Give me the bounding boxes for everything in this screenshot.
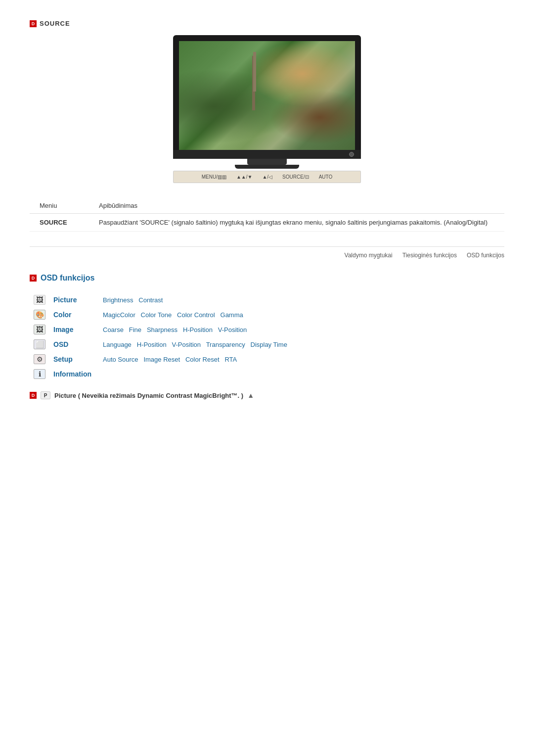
osd-row-icon-cell: ⚙ xyxy=(30,352,49,367)
osd-table: 🖼 Picture Brightness Contrast 🎨 Color Ma… xyxy=(30,292,504,381)
osd-link-h-position[interactable]: H-Position xyxy=(137,341,167,348)
osd-link-color-control[interactable]: Color Control xyxy=(177,311,215,319)
osd-category-label: Color xyxy=(53,311,72,319)
osd-category-icon: 🖼 xyxy=(34,325,45,334)
osd-category-label: Information xyxy=(53,370,91,378)
description-table: Meniu Apibūdinimas SOURCE Paspaudžiant '… xyxy=(30,198,504,232)
osd-category-icon: 🖼 xyxy=(34,295,45,305)
source-header: D SOURCE xyxy=(30,20,504,27)
monitor-body xyxy=(173,35,361,150)
osd-row-category: Color xyxy=(49,307,99,322)
osd-link-coarse[interactable]: Coarse xyxy=(103,326,124,333)
osd-category-icon: ℹ xyxy=(34,369,45,379)
osd-row-links: MagicColor Color Tone Color Control Gamm… xyxy=(99,307,504,322)
bottom-note-d-icon: D xyxy=(30,392,37,399)
tab-tiesioginės-funkcijos[interactable]: Tiesioginės funkcijos xyxy=(402,252,457,259)
source-icon: D xyxy=(30,20,37,27)
osd-category-label: Picture xyxy=(53,296,77,304)
osd-link-v-position[interactable]: V-Position xyxy=(172,341,201,348)
osd-row: ℹ Information xyxy=(30,367,504,381)
osd-link-color-reset[interactable]: Color Reset xyxy=(185,356,220,363)
tab-valdymo-mygtukai[interactable]: Valdymo mygtukai xyxy=(345,252,393,259)
osd-header: D OSD funkcijos xyxy=(30,274,504,283)
monitor-wrapper: MENU/▥▥ ▲▲/▼ ▲/◁ SOURCE/⊡ AUTO xyxy=(173,35,361,183)
monitor-foot xyxy=(235,165,299,169)
bottom-note-text: Picture ( Neveikia režimais Dynamic Cont… xyxy=(54,392,243,399)
osd-row: ⬜ OSD Language H-Position V-Position Tra… xyxy=(30,337,504,352)
desc-row-desc: Paspaudžiant 'SOURCE' (signalo šaltinio)… xyxy=(89,214,504,232)
osd-category-icon: 🎨 xyxy=(34,310,45,320)
osd-row-links: Auto Source Image Reset Color Reset RTA xyxy=(99,352,504,367)
osd-row: 🖼 Image Coarse Fine Sharpness H-Position… xyxy=(30,322,504,337)
osd-section: D OSD funkcijos 🖼 Picture Brightness Con… xyxy=(30,274,504,381)
description-section: Meniu Apibūdinimas SOURCE Paspaudžiant '… xyxy=(30,198,504,232)
monitor-screen xyxy=(179,41,355,150)
nav-tabs: Valdymo mygtukai Tiesioginės funkcijos O… xyxy=(30,246,504,259)
monitor-power-button[interactable] xyxy=(349,152,354,157)
osd-row-category: Setup xyxy=(49,352,99,367)
monitor-stand xyxy=(247,159,287,165)
bottom-note-p-icon: P xyxy=(41,391,50,399)
auto-d-button[interactable]: ▲/◁ xyxy=(262,174,272,180)
osd-category-icon: ⬜ xyxy=(34,339,45,349)
osd-row-icon-cell: ℹ xyxy=(30,367,49,381)
osd-link-magiccolor[interactable]: MagicColor xyxy=(103,311,135,319)
menu-button[interactable]: MENU/▥▥ xyxy=(202,174,226,180)
osd-link-contrast[interactable]: Contrast xyxy=(138,296,163,304)
osd-row-category: Image xyxy=(49,322,99,337)
tab-osd-funkcijos[interactable]: OSD funkcijos xyxy=(467,252,504,259)
osd-link-rta[interactable]: RTA xyxy=(224,356,237,363)
osd-link-gamma[interactable]: Gamma xyxy=(221,311,243,319)
osd-category-label: Setup xyxy=(53,355,73,363)
osd-link-transparency[interactable]: Transparency xyxy=(206,341,245,348)
osd-link-language[interactable]: Language xyxy=(103,341,132,348)
osd-link-sharpness[interactable]: Sharpness xyxy=(147,326,178,333)
osd-row: ⚙ Setup Auto Source Image Reset Color Re… xyxy=(30,352,504,367)
osd-row-icon-cell: 🖼 xyxy=(30,292,49,307)
monitor-controls: MENU/▥▥ ▲▲/▼ ▲/◁ SOURCE/⊡ AUTO xyxy=(173,171,361,183)
brightness-button[interactable]: ▲▲/▼ xyxy=(236,174,252,180)
osd-link-display-time[interactable]: Display Time xyxy=(251,341,287,348)
desc-row: SOURCE Paspaudžiant 'SOURCE' (signalo ša… xyxy=(30,214,504,232)
osd-row-category: OSD xyxy=(49,337,99,352)
osd-row-icon-cell: 🎨 xyxy=(30,307,49,322)
monitor-container: MENU/▥▥ ▲▲/▼ ▲/◁ SOURCE/⊡ AUTO xyxy=(30,35,504,183)
col-header-meniu: Meniu xyxy=(30,198,89,214)
bottom-note: D P Picture ( Neveikia režimais Dynamic … xyxy=(30,391,504,399)
osd-category-label: Image xyxy=(53,326,73,333)
osd-category-label: OSD xyxy=(53,340,68,348)
osd-link-v-position[interactable]: V-Position xyxy=(218,326,247,333)
osd-row-category: Information xyxy=(49,367,99,381)
osd-icon: D xyxy=(30,275,37,282)
osd-row-links: Coarse Fine Sharpness H-Position V-Posit… xyxy=(99,322,504,337)
osd-row-links xyxy=(99,367,504,381)
osd-row-links: Language H-Position V-Position Transpare… xyxy=(99,337,504,352)
osd-row: 🖼 Picture Brightness Contrast xyxy=(30,292,504,307)
bottom-note-arrow: ▲ xyxy=(247,391,254,399)
osd-link-brightness[interactable]: Brightness xyxy=(103,296,133,304)
osd-row-icon-cell: ⬜ xyxy=(30,337,49,352)
source-button[interactable]: SOURCE/⊡ xyxy=(282,174,309,180)
osd-title: OSD funkcijos xyxy=(41,274,94,283)
auto-button[interactable]: AUTO xyxy=(319,174,333,180)
osd-category-icon: ⚙ xyxy=(34,354,45,364)
osd-link-fine[interactable]: Fine xyxy=(129,326,141,333)
osd-link-image-reset[interactable]: Image Reset xyxy=(143,356,180,363)
source-title: SOURCE xyxy=(40,20,70,27)
osd-link-auto-source[interactable]: Auto Source xyxy=(103,356,138,363)
osd-row-links: Brightness Contrast xyxy=(99,292,504,307)
osd-link-h-position[interactable]: H-Position xyxy=(183,326,213,333)
osd-row: 🎨 Color MagicColor Color Tone Color Cont… xyxy=(30,307,504,322)
monitor-base xyxy=(173,150,361,159)
osd-link-color-tone[interactable]: Color Tone xyxy=(141,311,172,319)
col-header-apibūdinimas: Apibūdinimas xyxy=(89,198,504,214)
desc-row-name: SOURCE xyxy=(30,214,89,232)
osd-row-category: Picture xyxy=(49,292,99,307)
osd-row-icon-cell: 🖼 xyxy=(30,322,49,337)
